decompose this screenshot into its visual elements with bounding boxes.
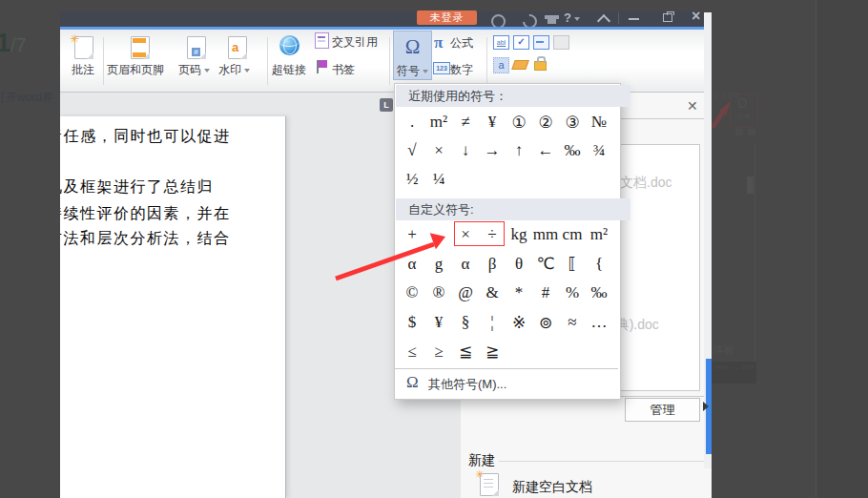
symbol-cell[interactable]: ②	[532, 108, 559, 136]
comment-label[interactable]: 批注	[72, 62, 94, 78]
symbol-cell[interactable]: ⊚	[532, 308, 559, 338]
symbol-cell[interactable]: #	[532, 279, 559, 308]
pane-close-icon[interactable]: ✕	[687, 98, 698, 114]
number-icon[interactable]: 123	[433, 62, 450, 74]
symbol-cell[interactable]: *	[506, 279, 532, 308]
document-page[interactable]	[60, 116, 286, 498]
symbol-cell[interactable]: ¥	[425, 308, 452, 338]
lock-icon[interactable]	[534, 61, 547, 71]
new-section-divider	[499, 461, 705, 462]
header-footer-icon[interactable]	[131, 36, 150, 59]
symbol-cell[interactable]: .	[399, 108, 425, 136]
ghost-icons2	[748, 129, 755, 135]
symbol-cell[interactable]: ≧	[479, 337, 506, 366]
symbol-cell[interactable]: m²	[425, 108, 452, 136]
restore-icon-back	[667, 11, 674, 15]
header-footer-label[interactable]: 页眉和页脚	[107, 62, 164, 78]
bookmark-label[interactable]: 书签	[332, 62, 355, 78]
page-number-label[interactable]: 页码	[178, 62, 210, 78]
formula-icon[interactable]: π	[434, 33, 443, 52]
symbol-cell[interactable]: ¾	[586, 136, 612, 165]
symbol-cell[interactable]: №	[586, 108, 612, 136]
symbol-cell[interactable]: ≦	[452, 337, 479, 366]
watermark-label[interactable]: 水印	[218, 62, 250, 78]
ghost-text: 体验	[713, 342, 734, 357]
hyperlink-icon[interactable]	[279, 35, 300, 55]
formula-label[interactable]: 公式	[450, 35, 473, 52]
symbol-button[interactable]: Ω 符号	[393, 31, 432, 80]
symbol-label: 符号	[397, 63, 428, 79]
symbol-cell[interactable]: ↑	[506, 136, 532, 165]
more-symbols-omega-icon: Ω	[406, 373, 419, 392]
ghost-panel	[816, 0, 868, 498]
symbol-cell[interactable]: ×	[425, 136, 452, 165]
page-number-icon[interactable]: #	[187, 36, 206, 59]
ribbon-separator	[486, 37, 487, 85]
symbol-cell[interactable]: ≥	[425, 337, 452, 366]
symbol-cell[interactable]: ½	[399, 165, 425, 194]
close-icon[interactable]: ×	[692, 10, 700, 23]
symbol-cell[interactable]: ←	[532, 136, 559, 165]
symbol-cell[interactable]: …	[586, 308, 612, 338]
symbol-cell[interactable]: ¼	[425, 165, 452, 194]
checkbox-icon[interactable]: ✓	[513, 35, 529, 50]
text-box-icon[interactable]: abl	[493, 35, 509, 50]
new-blank-doc-icon[interactable]: ✳	[480, 473, 499, 496]
symbol-cell[interactable]: ⟦	[559, 250, 586, 280]
symbol-cell[interactable]: √	[399, 136, 425, 165]
minimize-icon[interactable]	[629, 18, 639, 20]
symbol-cell[interactable]: ℃	[532, 250, 559, 280]
annotation-arrow	[324, 219, 467, 286]
symbol-cell[interactable]: mm	[532, 220, 559, 250]
symbol-cell[interactable]: kg	[506, 220, 532, 250]
watermark-icon[interactable]: a	[228, 36, 247, 59]
symbol-cell[interactable]: ↓	[452, 136, 479, 165]
number-label[interactable]: 数字	[450, 62, 473, 78]
bookmark-icon[interactable]	[317, 60, 319, 73]
recent-symbols-grid: .m²≠¥①②③№√×↓→↑←‰¾½¼	[395, 108, 618, 194]
symbol-cell[interactable]: cm	[559, 220, 586, 250]
symbol-cell[interactable]: m²	[586, 220, 612, 250]
skin-icon-sleeves	[545, 15, 559, 19]
more-symbols-item[interactable]: 其他符号(M)...	[428, 376, 506, 393]
symbol-cell[interactable]: %	[559, 279, 586, 308]
symbol-cell[interactable]: ※	[506, 308, 532, 338]
key-hint-badge: L	[380, 98, 393, 112]
dropdown-divider	[395, 368, 618, 369]
title-bar	[60, 11, 712, 27]
ribbon-separator	[389, 37, 390, 85]
symbol-cell[interactable]: ≈	[559, 308, 586, 338]
ghost-omega-label: 符号	[737, 112, 751, 121]
new-section-label: 新建	[468, 452, 495, 469]
symbol-cell[interactable]: ¥	[479, 108, 506, 136]
cross-reference-label[interactable]: 交叉引用	[332, 34, 378, 51]
symbol-cell[interactable]: &	[479, 279, 506, 308]
text-field-icon[interactable]	[533, 35, 549, 50]
symbol-cell[interactable]: ¦	[479, 308, 506, 338]
ribbon-separator	[267, 37, 268, 85]
new-blank-doc-label[interactable]: 新建空白文档	[512, 479, 592, 496]
symbol-cell[interactable]: $	[399, 308, 425, 338]
cross-reference-icon[interactable]	[315, 32, 329, 49]
symbol-cell[interactable]: ≠	[452, 108, 479, 136]
symbol-cell[interactable]: β	[479, 250, 506, 280]
symbol-cell[interactable]: ③	[559, 108, 586, 136]
hyperlink-label[interactable]: 超链接	[272, 62, 306, 78]
login-status-badge[interactable]: 未登录	[417, 10, 477, 25]
pinyin-guide-icon[interactable]: a	[493, 57, 509, 73]
symbol-cell[interactable]: ≤	[399, 337, 425, 366]
symbol-cell[interactable]: →	[479, 136, 506, 165]
help-icon[interactable]: ?	[564, 11, 580, 25]
doc-text-line: 责任感，同时也可以促进	[60, 127, 231, 147]
pane-collapse-handle[interactable]	[703, 402, 709, 411]
ghost-footer-text: www……com	[714, 363, 754, 370]
symbol-cell[interactable]: θ	[506, 250, 532, 280]
symbol-cell[interactable]: ①	[506, 108, 532, 136]
manage-button[interactable]: 管理	[625, 398, 700, 422]
symbol-cell[interactable]: {	[586, 250, 612, 280]
symbol-cell[interactable]: §	[452, 308, 479, 338]
symbol-cell[interactable]: ‰	[586, 279, 612, 308]
doc-text-line: 况及框架进行了总结归	[60, 177, 214, 197]
comment-icon[interactable]: ✳	[74, 36, 93, 59]
symbol-cell[interactable]: ‰	[559, 136, 586, 165]
